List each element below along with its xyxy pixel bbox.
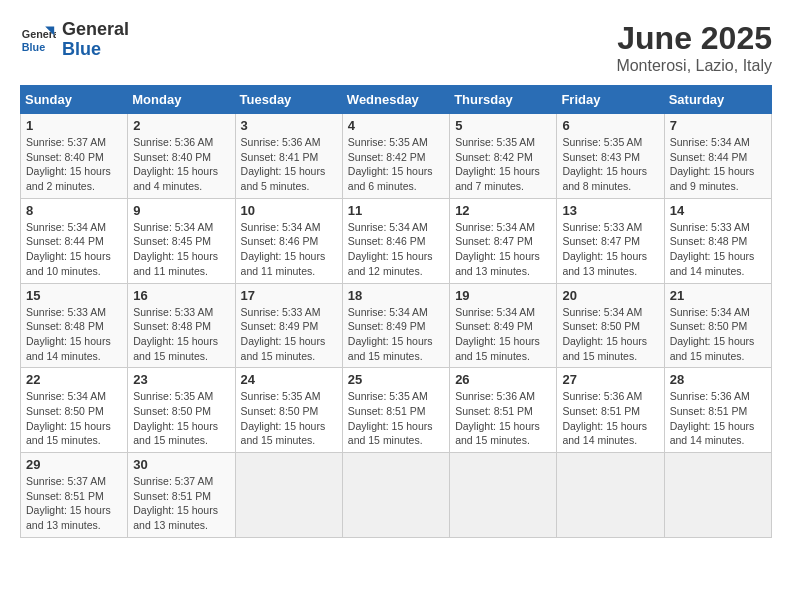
location-title: Monterosi, Lazio, Italy (616, 57, 772, 75)
calendar-cell: 3Sunrise: 5:36 AMSunset: 8:41 PMDaylight… (235, 114, 342, 199)
calendar-cell: 24Sunrise: 5:35 AMSunset: 8:50 PMDayligh… (235, 368, 342, 453)
calendar-cell: 10Sunrise: 5:34 AMSunset: 8:46 PMDayligh… (235, 198, 342, 283)
day-number: 2 (133, 118, 229, 133)
calendar-cell: 20Sunrise: 5:34 AMSunset: 8:50 PMDayligh… (557, 283, 664, 368)
logo-general-text: General (62, 19, 129, 39)
day-number: 1 (26, 118, 122, 133)
calendar-cell: 2Sunrise: 5:36 AMSunset: 8:40 PMDaylight… (128, 114, 235, 199)
calendar-cell: 27Sunrise: 5:36 AMSunset: 8:51 PMDayligh… (557, 368, 664, 453)
day-number: 9 (133, 203, 229, 218)
day-number: 23 (133, 372, 229, 387)
day-info: Sunrise: 5:34 AMSunset: 8:50 PMDaylight:… (670, 305, 766, 364)
day-number: 18 (348, 288, 444, 303)
calendar-cell (235, 453, 342, 538)
calendar-cell: 14Sunrise: 5:33 AMSunset: 8:48 PMDayligh… (664, 198, 771, 283)
day-info: Sunrise: 5:34 AMSunset: 8:46 PMDaylight:… (348, 220, 444, 279)
day-info: Sunrise: 5:34 AMSunset: 8:45 PMDaylight:… (133, 220, 229, 279)
calendar-week-row-2: 8Sunrise: 5:34 AMSunset: 8:44 PMDaylight… (21, 198, 772, 283)
day-info: Sunrise: 5:36 AMSunset: 8:51 PMDaylight:… (562, 389, 658, 448)
page-header: General Blue General Blue June 2025 Mont… (20, 20, 772, 75)
calendar-cell: 18Sunrise: 5:34 AMSunset: 8:49 PMDayligh… (342, 283, 449, 368)
calendar-cell: 7Sunrise: 5:34 AMSunset: 8:44 PMDaylight… (664, 114, 771, 199)
calendar-cell (557, 453, 664, 538)
weekday-header-tuesday: Tuesday (235, 86, 342, 114)
calendar-cell: 28Sunrise: 5:36 AMSunset: 8:51 PMDayligh… (664, 368, 771, 453)
weekday-header-friday: Friday (557, 86, 664, 114)
day-info: Sunrise: 5:33 AMSunset: 8:48 PMDaylight:… (133, 305, 229, 364)
weekday-header-thursday: Thursday (450, 86, 557, 114)
calendar-cell: 13Sunrise: 5:33 AMSunset: 8:47 PMDayligh… (557, 198, 664, 283)
calendar-cell: 11Sunrise: 5:34 AMSunset: 8:46 PMDayligh… (342, 198, 449, 283)
day-number: 16 (133, 288, 229, 303)
day-number: 28 (670, 372, 766, 387)
day-number: 29 (26, 457, 122, 472)
calendar-week-row-3: 15Sunrise: 5:33 AMSunset: 8:48 PMDayligh… (21, 283, 772, 368)
day-info: Sunrise: 5:34 AMSunset: 8:44 PMDaylight:… (670, 135, 766, 194)
day-number: 27 (562, 372, 658, 387)
calendar-cell: 19Sunrise: 5:34 AMSunset: 8:49 PMDayligh… (450, 283, 557, 368)
calendar-cell: 1Sunrise: 5:37 AMSunset: 8:40 PMDaylight… (21, 114, 128, 199)
calendar-cell: 12Sunrise: 5:34 AMSunset: 8:47 PMDayligh… (450, 198, 557, 283)
svg-text:Blue: Blue (22, 41, 45, 53)
day-number: 7 (670, 118, 766, 133)
day-info: Sunrise: 5:34 AMSunset: 8:44 PMDaylight:… (26, 220, 122, 279)
day-number: 8 (26, 203, 122, 218)
calendar-week-row-1: 1Sunrise: 5:37 AMSunset: 8:40 PMDaylight… (21, 114, 772, 199)
calendar-cell (450, 453, 557, 538)
day-number: 10 (241, 203, 337, 218)
day-info: Sunrise: 5:33 AMSunset: 8:49 PMDaylight:… (241, 305, 337, 364)
weekday-header-wednesday: Wednesday (342, 86, 449, 114)
day-info: Sunrise: 5:36 AMSunset: 8:51 PMDaylight:… (670, 389, 766, 448)
day-info: Sunrise: 5:36 AMSunset: 8:40 PMDaylight:… (133, 135, 229, 194)
day-info: Sunrise: 5:37 AMSunset: 8:51 PMDaylight:… (133, 474, 229, 533)
calendar-cell: 8Sunrise: 5:34 AMSunset: 8:44 PMDaylight… (21, 198, 128, 283)
day-number: 15 (26, 288, 122, 303)
day-info: Sunrise: 5:34 AMSunset: 8:49 PMDaylight:… (455, 305, 551, 364)
day-number: 14 (670, 203, 766, 218)
calendar-cell: 9Sunrise: 5:34 AMSunset: 8:45 PMDaylight… (128, 198, 235, 283)
day-info: Sunrise: 5:37 AMSunset: 8:51 PMDaylight:… (26, 474, 122, 533)
calendar-cell: 16Sunrise: 5:33 AMSunset: 8:48 PMDayligh… (128, 283, 235, 368)
calendar-cell: 22Sunrise: 5:34 AMSunset: 8:50 PMDayligh… (21, 368, 128, 453)
calendar-cell: 29Sunrise: 5:37 AMSunset: 8:51 PMDayligh… (21, 453, 128, 538)
day-info: Sunrise: 5:34 AMSunset: 8:46 PMDaylight:… (241, 220, 337, 279)
calendar-cell: 6Sunrise: 5:35 AMSunset: 8:43 PMDaylight… (557, 114, 664, 199)
day-number: 26 (455, 372, 551, 387)
day-info: Sunrise: 5:35 AMSunset: 8:42 PMDaylight:… (455, 135, 551, 194)
logo-blue-text: Blue (62, 39, 101, 59)
day-info: Sunrise: 5:35 AMSunset: 8:42 PMDaylight:… (348, 135, 444, 194)
weekday-header-monday: Monday (128, 86, 235, 114)
day-number: 21 (670, 288, 766, 303)
weekday-header-sunday: Sunday (21, 86, 128, 114)
calendar-cell: 26Sunrise: 5:36 AMSunset: 8:51 PMDayligh… (450, 368, 557, 453)
day-number: 13 (562, 203, 658, 218)
calendar-week-row-4: 22Sunrise: 5:34 AMSunset: 8:50 PMDayligh… (21, 368, 772, 453)
day-info: Sunrise: 5:33 AMSunset: 8:48 PMDaylight:… (26, 305, 122, 364)
calendar-cell (342, 453, 449, 538)
day-number: 30 (133, 457, 229, 472)
calendar-cell: 5Sunrise: 5:35 AMSunset: 8:42 PMDaylight… (450, 114, 557, 199)
day-number: 19 (455, 288, 551, 303)
day-info: Sunrise: 5:35 AMSunset: 8:51 PMDaylight:… (348, 389, 444, 448)
calendar-cell: 4Sunrise: 5:35 AMSunset: 8:42 PMDaylight… (342, 114, 449, 199)
calendar-cell: 17Sunrise: 5:33 AMSunset: 8:49 PMDayligh… (235, 283, 342, 368)
day-info: Sunrise: 5:34 AMSunset: 8:47 PMDaylight:… (455, 220, 551, 279)
day-number: 20 (562, 288, 658, 303)
day-info: Sunrise: 5:33 AMSunset: 8:47 PMDaylight:… (562, 220, 658, 279)
day-number: 5 (455, 118, 551, 133)
day-info: Sunrise: 5:34 AMSunset: 8:49 PMDaylight:… (348, 305, 444, 364)
logo-icon: General Blue (20, 22, 56, 58)
day-info: Sunrise: 5:37 AMSunset: 8:40 PMDaylight:… (26, 135, 122, 194)
day-info: Sunrise: 5:35 AMSunset: 8:50 PMDaylight:… (241, 389, 337, 448)
calendar-week-row-5: 29Sunrise: 5:37 AMSunset: 8:51 PMDayligh… (21, 453, 772, 538)
month-title: June 2025 (616, 20, 772, 57)
calendar-cell: 23Sunrise: 5:35 AMSunset: 8:50 PMDayligh… (128, 368, 235, 453)
day-info: Sunrise: 5:34 AMSunset: 8:50 PMDaylight:… (26, 389, 122, 448)
calendar-cell: 15Sunrise: 5:33 AMSunset: 8:48 PMDayligh… (21, 283, 128, 368)
day-number: 3 (241, 118, 337, 133)
weekday-header-row: SundayMondayTuesdayWednesdayThursdayFrid… (21, 86, 772, 114)
day-number: 11 (348, 203, 444, 218)
calendar-table: SundayMondayTuesdayWednesdayThursdayFrid… (20, 85, 772, 538)
day-number: 25 (348, 372, 444, 387)
calendar-cell: 25Sunrise: 5:35 AMSunset: 8:51 PMDayligh… (342, 368, 449, 453)
